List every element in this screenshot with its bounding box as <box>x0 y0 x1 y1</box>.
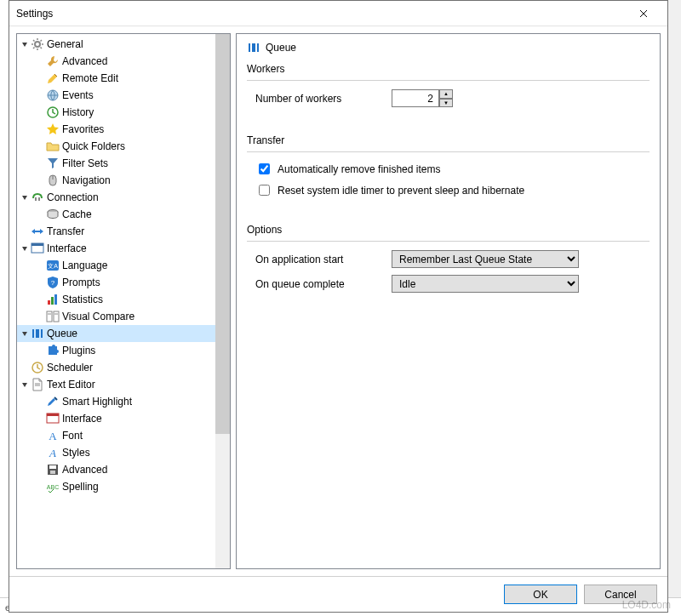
tree-item-navigation[interactable]: Navigation <box>17 172 215 189</box>
transfer-group-label: Transfer <box>247 134 650 146</box>
svg-rect-16 <box>47 311 52 322</box>
svg-rect-28 <box>49 465 56 469</box>
tree-item-advanced[interactable]: Advanced <box>17 53 215 70</box>
svg-rect-29 <box>50 471 55 474</box>
tree-item-quick-folders[interactable]: Quick Folders <box>17 138 215 155</box>
tree-item-label: General <box>47 38 83 50</box>
arrows-h-icon <box>31 225 44 238</box>
window-title: Settings <box>16 8 627 20</box>
tree-item-transfer[interactable]: Transfer <box>17 223 215 240</box>
tree-item-label: Quick Folders <box>62 140 125 152</box>
options-group: Options On application start Remember La… <box>247 224 650 310</box>
tree-item-prompts[interactable]: ?Prompts <box>17 274 215 291</box>
clock-green-icon <box>46 106 60 119</box>
mouse-icon <box>46 174 60 187</box>
content-header: Queue <box>247 41 650 54</box>
tree-item-history[interactable]: History <box>17 104 215 121</box>
save-icon <box>46 463 60 476</box>
tree-item-styles[interactable]: AStyles <box>17 444 215 461</box>
tree-item-general[interactable]: General <box>17 36 215 53</box>
tree-item-language[interactable]: 文ALanguage <box>17 257 215 274</box>
tree-item-filter-sets[interactable]: Filter Sets <box>17 155 215 172</box>
tree-item-label: Plugins <box>62 345 95 356</box>
tree-item-connection[interactable]: Connection <box>17 189 215 206</box>
on-complete-label: On queue complete <box>255 278 392 290</box>
tree-item-label: Cache <box>62 208 92 220</box>
auto-remove-checkbox[interactable] <box>259 163 270 174</box>
auto-remove-row[interactable]: Automatically remove finished items <box>255 161 643 177</box>
cancel-button[interactable]: Cancel <box>584 585 657 604</box>
tree-item-font[interactable]: AFont <box>17 427 215 444</box>
expand-toggle <box>19 225 31 237</box>
plug-icon <box>31 191 44 204</box>
expand-toggle[interactable] <box>19 242 31 254</box>
tree-item-plugins[interactable]: Plugins <box>17 342 215 359</box>
puzzle-icon <box>46 344 60 357</box>
expand-toggle[interactable] <box>19 191 31 203</box>
workers-group: Workers Number of workers ▲ ▼ <box>247 63 650 124</box>
tree-item-interface[interactable]: Interface <box>17 240 215 257</box>
svg-rect-9 <box>31 243 43 246</box>
tree-item-label: Styles <box>62 447 90 459</box>
expand-toggle[interactable] <box>19 328 31 339</box>
navigation-tree[interactable]: GeneralAdvancedRemote EditEventsHistoryF… <box>17 34 215 568</box>
shield-q-icon: ? <box>46 276 60 289</box>
expand-toggle[interactable] <box>19 379 31 391</box>
styles-a-icon: A <box>46 446 60 459</box>
tree-item-smart-highlight[interactable]: Smart Highlight <box>17 393 215 410</box>
tree-item-cache[interactable]: Cache <box>17 206 215 223</box>
navigation-tree-panel: GeneralAdvancedRemote EditEventsHistoryF… <box>16 33 231 569</box>
tree-item-remote-edit[interactable]: Remote Edit <box>17 70 215 87</box>
queue-icon <box>31 327 44 340</box>
reset-idle-checkbox[interactable] <box>259 185 270 196</box>
number-of-workers-spinbox: ▲ ▼ <box>392 89 453 107</box>
tree-scrollbar[interactable] <box>215 34 230 568</box>
workers-group-label: Workers <box>247 63 650 75</box>
star-icon <box>46 123 60 136</box>
tree-item-queue[interactable]: Queue <box>17 325 215 342</box>
auto-remove-label: Automatically remove finished items <box>278 163 440 175</box>
tree-item-spelling[interactable]: ABCSpelling <box>17 478 215 495</box>
settings-window: Settings GeneralAdvancedRemote EditEvent… <box>9 0 668 613</box>
scrollbar-thumb[interactable] <box>215 34 230 434</box>
tree-item-label: Spelling <box>62 481 99 493</box>
tree-item-events[interactable]: Events <box>17 87 215 104</box>
dialog-footer: OK Cancel <box>9 576 667 612</box>
tree-item-label: Advanced <box>62 55 107 67</box>
tree-item-label: Language <box>62 260 107 271</box>
tree-item-advanced[interactable]: Advanced <box>17 461 215 478</box>
workers-spin-up-button[interactable]: ▲ <box>439 89 453 99</box>
tree-item-scheduler[interactable]: Scheduler <box>17 359 215 376</box>
close-button[interactable] <box>627 2 661 26</box>
tree-item-label: History <box>62 106 94 118</box>
tree-item-interface[interactable]: Interface <box>17 410 215 427</box>
expand-toggle[interactable] <box>19 38 31 50</box>
workers-spin-down-button[interactable]: ▼ <box>439 99 453 108</box>
ok-button[interactable]: OK <box>504 585 577 604</box>
queue-icon <box>247 41 260 54</box>
tree-item-label: Transfer <box>47 225 84 237</box>
reset-idle-row[interactable]: Reset system idle timer to prevent sleep… <box>255 182 643 198</box>
doc-icon <box>31 378 44 391</box>
svg-rect-15 <box>54 294 57 305</box>
tree-item-label: Statistics <box>62 294 103 305</box>
tree-item-label: Prompts <box>62 277 100 288</box>
tree-item-label: Events <box>62 89 94 101</box>
on-complete-select[interactable]: Idle <box>392 275 579 293</box>
tree-item-label: Font <box>62 430 83 442</box>
funnel-icon <box>46 157 60 170</box>
tree-item-favorites[interactable]: Favorites <box>17 121 215 138</box>
window-red-icon <box>46 412 60 425</box>
on-start-select[interactable]: Remember Last Queue State <box>392 250 579 268</box>
number-of-workers-input[interactable] <box>392 89 439 107</box>
tree-item-visual-compare[interactable]: Visual Compare <box>17 308 215 325</box>
tree-item-label: Scheduler <box>47 362 93 374</box>
dialog-body: GeneralAdvancedRemote EditEventsHistoryF… <box>9 26 667 576</box>
svg-rect-17 <box>54 311 59 322</box>
tree-item-label: Interface <box>47 242 87 254</box>
clock-icon <box>31 361 44 374</box>
lang-icon: 文A <box>46 259 60 272</box>
tree-item-statistics[interactable]: Statistics <box>17 291 215 308</box>
tree-item-text-editor[interactable]: Text Editor <box>17 376 215 393</box>
tree-item-label: Filter Sets <box>62 157 108 169</box>
